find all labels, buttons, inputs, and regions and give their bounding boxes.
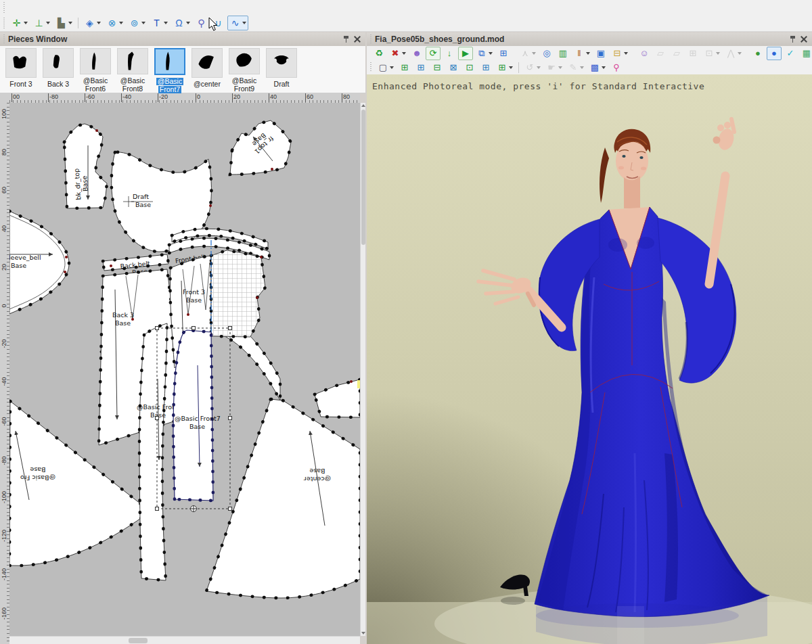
box-map-left-icon[interactable]: ⊟ xyxy=(430,61,445,74)
chevron-down-icon[interactable] xyxy=(509,66,513,69)
scroll-down-icon[interactable] xyxy=(361,632,365,635)
chevron-down-icon[interactable] xyxy=(489,52,493,55)
avatar-props-icon[interactable]: ☺ xyxy=(637,47,652,60)
box-map-custom-icon[interactable]: ⊞ xyxy=(495,61,515,74)
piece-thumbnail-image[interactable] xyxy=(80,48,111,74)
sewing-machine-tool-icon[interactable]: ▙ xyxy=(53,16,74,30)
thumb-back-3[interactable]: Back 3 xyxy=(41,46,75,93)
menu-edit[interactable] xyxy=(23,0,38,15)
menu-file[interactable] xyxy=(8,0,23,15)
chevron-down-icon[interactable] xyxy=(46,22,50,24)
marquee-select-icon[interactable]: ▢ xyxy=(376,61,396,74)
avatar-icon[interactable]: ☻ xyxy=(409,47,424,60)
toolbar-grip[interactable] xyxy=(2,2,6,12)
widget-icon[interactable]: ⋏ xyxy=(518,47,538,60)
canvas-vertical-scrollbar[interactable] xyxy=(360,103,365,636)
close-icon[interactable] xyxy=(354,36,361,43)
mannequin-tool-icon[interactable]: ⚲ xyxy=(194,16,209,30)
rotate-view-icon[interactable]: ↺ xyxy=(522,61,543,74)
fabric-icon[interactable]: ⧉ xyxy=(474,47,495,60)
garment-icon[interactable]: ⋀ xyxy=(723,47,744,60)
3d-viewport[interactable]: Enhanced Photoreal mode, press 'i' for S… xyxy=(367,74,812,644)
paste-view-icon[interactable]: ▱ xyxy=(669,47,684,60)
piece-thumbnail-image[interactable] xyxy=(229,48,260,74)
dart-tool-icon[interactable]: ◈ xyxy=(82,16,103,30)
seam-tool-icon[interactable]: Ω xyxy=(171,16,192,30)
pan-hand-icon[interactable]: ☛ xyxy=(544,61,564,74)
thumb-front-3[interactable]: Front 3 xyxy=(4,46,38,93)
piece-thumbnail-image[interactable] xyxy=(266,48,297,78)
canvas-horizontal-scrollbar[interactable] xyxy=(9,636,360,644)
fabric-grid-icon[interactable]: ⊞ xyxy=(496,47,511,60)
menu-design[interactable] xyxy=(68,0,83,15)
scrollbar-thumb[interactable] xyxy=(129,638,148,643)
browse-avatar-icon[interactable]: ⊟ xyxy=(610,47,630,60)
chevron-down-icon[interactable] xyxy=(532,52,536,55)
scrollbar-thumb[interactable] xyxy=(361,110,365,245)
box-map-front-icon[interactable]: ⊞ xyxy=(397,61,412,74)
piece-basic-front7-selected[interactable]: @Basic Front7 Base xyxy=(173,330,221,501)
piece-thumbnail-image[interactable] xyxy=(154,48,185,75)
pin-icon[interactable] xyxy=(790,36,796,43)
pieces-window-titlebar[interactable]: Pieces Window xyxy=(0,32,365,47)
piece-bk-dr-top[interactable]: bk_dr_top Base xyxy=(64,124,107,208)
menu-grading[interactable] xyxy=(53,0,68,15)
text-tool-icon[interactable]: T xyxy=(149,16,170,30)
chevron-down-icon[interactable] xyxy=(716,52,720,55)
buttonhole-tool-icon[interactable]: ⊚ xyxy=(127,16,148,30)
toolbar-grip[interactable] xyxy=(369,62,373,72)
copy-view-icon[interactable]: ▱ xyxy=(653,47,668,60)
close-icon[interactable] xyxy=(800,36,807,43)
photoreal-render-icon[interactable]: ● xyxy=(767,47,782,60)
perpendicular-tool-icon[interactable]: ⊥ xyxy=(31,16,52,30)
chevron-down-icon[interactable] xyxy=(97,22,101,24)
piece-center-fan[interactable]: @center Base xyxy=(206,399,360,598)
chevron-down-icon[interactable] xyxy=(602,66,606,69)
pin-tool-icon[interactable]: ⚲ xyxy=(609,61,624,74)
panel-grip[interactable] xyxy=(2,34,6,44)
chevron-down-icon[interactable] xyxy=(242,22,246,24)
thumb-draft[interactable]: Draft xyxy=(265,46,298,93)
menu-tools[interactable] xyxy=(97,0,112,15)
chevron-down-icon[interactable] xyxy=(119,22,123,24)
standard-render-icon[interactable]: ● xyxy=(750,47,765,60)
box-map-back-icon[interactable]: ⊞ xyxy=(413,61,428,74)
chevron-down-icon[interactable] xyxy=(738,52,742,55)
menu-ocloud[interactable] xyxy=(127,0,142,15)
chevron-down-icon[interactable] xyxy=(580,66,584,69)
chevron-down-icon[interactable] xyxy=(24,22,28,24)
thumb-basic-front6[interactable]: @Basic Front6 xyxy=(78,46,112,93)
chevron-down-icon[interactable] xyxy=(390,66,394,69)
thumb-basic-front7[interactable]: @Basic Front7 xyxy=(153,46,187,93)
grid-view-icon[interactable]: ⊞ xyxy=(685,47,700,60)
piece-clipped-polygon[interactable] xyxy=(315,380,360,417)
button-tool-icon[interactable]: ⊗ xyxy=(104,16,125,30)
collar-tool-icon[interactable]: ∪ xyxy=(210,16,226,30)
refresh-icon[interactable]: ⟳ xyxy=(426,47,441,60)
inspect-icon[interactable]: ◎ xyxy=(539,47,554,60)
fit-check-icon[interactable]: ▥ xyxy=(556,47,570,60)
delete-model-icon[interactable]: ✖ xyxy=(388,47,408,60)
menu-help[interactable] xyxy=(142,0,157,15)
scroll-up-icon[interactable] xyxy=(361,104,365,107)
pick-pen-icon[interactable]: ✎ xyxy=(566,61,586,74)
piece-thumbnail-image[interactable] xyxy=(5,48,37,78)
chevron-down-icon[interactable] xyxy=(558,66,562,69)
toolbar-grip[interactable] xyxy=(2,18,6,29)
chevron-down-icon[interactable] xyxy=(586,52,590,55)
recycle-icon[interactable]: ♻ xyxy=(371,47,386,60)
box-map-top-icon[interactable]: ⊡ xyxy=(462,61,477,74)
panel-grip[interactable] xyxy=(369,34,373,44)
chevron-down-icon[interactable] xyxy=(141,22,145,24)
add-point-tool-icon[interactable]: ✛ xyxy=(9,16,30,30)
thumb-basic-front8[interactable]: @Basic Front8 xyxy=(116,46,150,93)
menu-view[interactable] xyxy=(112,0,127,15)
piece-fr-top1[interactable]: fr_top1 Base xyxy=(230,120,291,175)
curve-tool-icon[interactable]: ∿ xyxy=(227,16,248,30)
piece-thumbnail-image[interactable] xyxy=(43,48,74,78)
piece-thumbnail-image[interactable] xyxy=(191,48,223,78)
piece-thumbnail-image[interactable] xyxy=(117,48,148,74)
chevron-down-icon[interactable] xyxy=(537,66,541,69)
image-export-icon[interactable]: ▦ xyxy=(799,47,812,60)
viewer-titlebar[interactable]: Fia_Pose05b_shoes_ground.mod xyxy=(367,32,812,47)
